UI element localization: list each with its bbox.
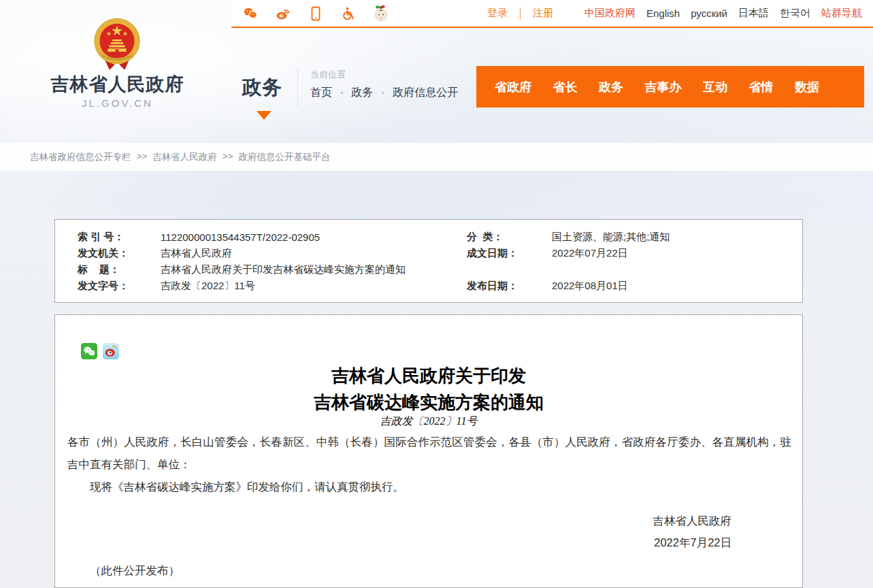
meta-label-title: 标 题： xyxy=(78,263,161,276)
meta-value-title: 吉林省人民政府关于印发吉林省碳达峰实施方案的通知 xyxy=(161,263,467,276)
document-paragraph-directive: 现将《吉林省碳达峰实施方案》印发给你们，请认真贯彻执行。 xyxy=(67,476,791,498)
breadcrumb-item-platform[interactable]: 政府信息公开基础平台 xyxy=(239,151,331,163)
lang-english-link[interactable]: English xyxy=(646,7,680,19)
nav-item-interaction[interactable]: 互动 xyxy=(703,79,727,95)
document-title-line1: 吉林省人民政府关于印发 xyxy=(55,363,802,389)
page: 登录 注册 中国政府网 English русский 日本語 한국어 站群导航 xyxy=(0,0,873,588)
meta-value-doc-number: 吉政发〔2022〕11号 xyxy=(161,280,467,293)
breadcrumb-item-provincial-gov[interactable]: 吉林省人民政府 xyxy=(152,151,217,163)
topbar-social-icons xyxy=(231,5,389,22)
meta-label-index-number: 索 引 号： xyxy=(78,231,161,244)
weibo-share-icon[interactable] xyxy=(103,343,119,359)
breadcrumb-separator: >> xyxy=(223,151,233,163)
nav-item-province-profile[interactable]: 省情 xyxy=(749,79,774,95)
meta-row-issuer: 发文机关： 吉林省人民政府 成文日期： 2022年07月22日 xyxy=(55,245,802,261)
signature-block: 吉林省人民政府 2022年7月22日 xyxy=(67,510,791,553)
accessibility-icon[interactable] xyxy=(340,5,357,22)
nav-item-governor[interactable]: 省长 xyxy=(553,79,578,95)
header-divider xyxy=(297,68,298,108)
breadcrumb-bar: 吉林省政府信息公开专栏 >> 吉林省人民政府 >> 政府信息公开基础平台 xyxy=(0,143,873,171)
meta-label-category: 分 类： xyxy=(467,231,552,244)
gov-portal-link[interactable]: 中国政府网 xyxy=(584,7,636,20)
breadcrumb: 吉林省政府信息公开专栏 >> 吉林省人民政府 >> 政府信息公开基础平台 xyxy=(0,151,331,163)
document-number: 吉政发〔2022〕11号 xyxy=(55,414,802,429)
register-link[interactable]: 注册 xyxy=(533,7,553,20)
meta-row-index: 索 引 号： 11220000013544357T/2022-02905 分 类… xyxy=(55,229,802,245)
topbar: 登录 注册 中国政府网 English русский 日本語 한국어 站群导航 xyxy=(231,0,873,28)
meta-label-date-written: 成文日期： xyxy=(467,247,552,260)
national-emblem-logo[interactable] xyxy=(90,16,144,74)
mobile-icon[interactable] xyxy=(308,5,324,22)
weibo-icon[interactable] xyxy=(275,5,291,22)
breadcrumb-separator: >> xyxy=(137,151,148,163)
document-title-line2: 吉林省碳达峰实施方案的通知 xyxy=(55,389,802,416)
document-body: 各市（州）人民政府，长白山管委会，长春新区、中韩（长春）国际合作示范区管委会，各… xyxy=(67,431,791,582)
lang-korean-link[interactable]: 한국어 xyxy=(780,7,810,20)
site-group-nav-link[interactable]: 站群导航 xyxy=(821,7,862,20)
topbar-links: 登录 注册 中国政府网 English русский 日本語 한국어 站群导航 xyxy=(487,7,873,20)
wechat-share-icon[interactable] xyxy=(81,343,97,359)
nav-item-data[interactable]: 数据 xyxy=(795,79,819,95)
share-buttons xyxy=(81,343,119,359)
nav-item-zhengwu[interactable]: 政务 xyxy=(599,79,623,95)
main-nav: 省政府 省长 政务 吉事办 互动 省情 数据 xyxy=(476,66,864,108)
meta-value-index-number: 11220000013544357T/2022-02905 xyxy=(161,231,467,243)
signature-date: 2022年7月22日 xyxy=(67,532,731,553)
site-domain: JL.GOV.CN xyxy=(0,97,235,109)
dot-separator: • xyxy=(340,88,344,98)
signature-org: 吉林省人民政府 xyxy=(67,510,731,532)
dot-separator: • xyxy=(382,88,385,98)
wechat-icon[interactable] xyxy=(242,5,259,22)
meta-value-publish-date: 2022年08月01日 xyxy=(552,280,802,293)
meta-value-category: 国土资源、能源;其他;通知 xyxy=(552,231,802,244)
nav-item-provincial-gov[interactable]: 省政府 xyxy=(495,79,531,95)
public-release-footnote: （此件公开发布） xyxy=(67,559,791,582)
location-item-zhengwu[interactable]: 政务 xyxy=(352,86,374,100)
site-brand: 吉林省人民政府 JL.GOV.CN xyxy=(0,0,235,140)
meta-row-doc-number: 发文字号： 吉政发〔2022〕11号 发布日期： 2022年08月01日 xyxy=(55,278,802,294)
lang-japanese-link[interactable]: 日本語 xyxy=(738,7,769,20)
meta-row-title: 标 题： 吉林省人民政府关于印发吉林省碳达峰实施方案的通知 xyxy=(55,261,802,278)
document-content-box: 吉林省人民政府关于印发 吉林省碳达峰实施方案的通知 吉政发〔2022〕11号 各… xyxy=(54,314,803,588)
location-item-info-disclosure[interactable]: 政府信息公开 xyxy=(393,86,458,100)
location-item-home[interactable]: 首页 xyxy=(310,86,332,100)
mascot-icon[interactable] xyxy=(373,5,389,22)
login-link[interactable]: 登录 xyxy=(487,7,508,20)
meta-label-issuing-agency: 发文机关： xyxy=(78,247,161,260)
nav-item-jishiban[interactable]: 吉事办 xyxy=(645,79,682,95)
site-name[interactable]: 吉林省人民政府 xyxy=(0,72,235,97)
topbar-divider xyxy=(520,7,521,20)
location-path: 首页 • 政务 • 政府信息公开 xyxy=(310,86,458,100)
current-location-label: 当前位置 xyxy=(310,69,346,81)
meta-label-publish-date: 发布日期： xyxy=(467,280,552,293)
lang-russian-link[interactable]: русский xyxy=(691,7,727,19)
section-tab-zhengwu[interactable]: 政务 xyxy=(242,74,282,101)
caret-down-icon xyxy=(257,111,271,120)
document-paragraph-recipients: 各市（州）人民政府，长白山管委会，长春新区、中韩（长春）国际合作示范区管委会，各… xyxy=(67,431,791,476)
meta-label-doc-number: 发文字号： xyxy=(78,280,161,293)
breadcrumb-item-disclosure-column[interactable]: 吉林省政府信息公开专栏 xyxy=(30,151,131,163)
document-title: 吉林省人民政府关于印发 吉林省碳达峰实施方案的通知 xyxy=(55,363,802,416)
document-meta-box: 索 引 号： 11220000013544357T/2022-02905 分 类… xyxy=(54,219,803,303)
meta-value-issuing-agency: 吉林省人民政府 xyxy=(161,247,467,260)
meta-value-date-written: 2022年07月22日 xyxy=(552,247,802,260)
